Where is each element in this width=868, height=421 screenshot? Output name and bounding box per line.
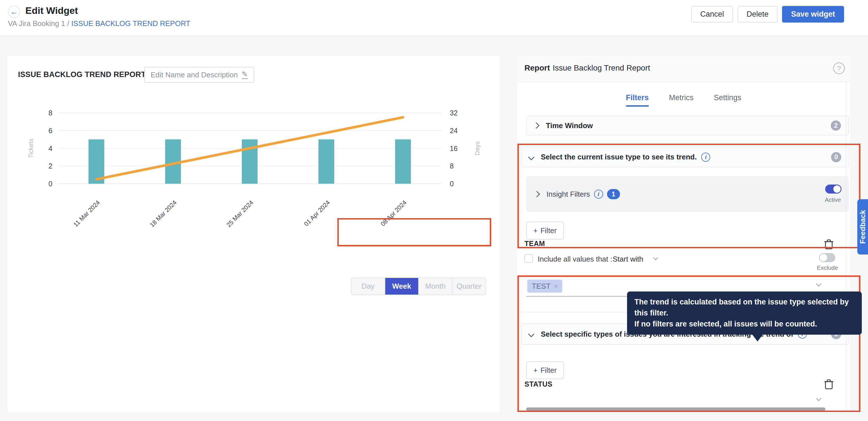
period-quarter[interactable]: Quarter [452,278,486,294]
right-axis-tick: 16 [450,144,458,152]
team-filter-label: TEAM [524,240,545,248]
left-axis-tick: 4 [49,144,53,152]
current-issue-type-label: Select the current issue type to see its… [541,153,696,161]
chevron-down-icon[interactable] [816,396,822,401]
period-segmented-control: Day Week Month Quarter [351,277,486,295]
right-axis-tick: 0 [450,180,454,188]
report-tabs: Filters Metrics Settings [517,93,850,107]
left-axis-tick: 6 [49,127,53,135]
right-axis-tick: 8 [450,162,454,170]
top-header: ← Edit Widget VA Jira Booking 1 / ISSUE … [0,0,868,36]
right-axis-tick: 24 [450,127,458,135]
bar-01 Apr 2024[interactable] [318,139,334,184]
edit-name-description-button[interactable]: Edit Name and Description ✎ [144,67,254,83]
trash-icon[interactable] [824,378,834,390]
toggle-knob [833,186,841,193]
chevron-down-icon [528,154,535,160]
insight-filters-badge: 1 [607,189,620,199]
page-title: Edit Widget [25,5,78,16]
edit-name-label: Edit Name and Description [151,71,238,79]
left-axis-tick: 8 [49,109,53,117]
chevron-down-icon[interactable] [653,255,658,260]
left-axis-tick: 0 [49,180,53,188]
x-axis-label: 25 Mar 2024 [225,199,255,229]
report-header: ReportIssue Backlog Trend Report ? [517,56,850,82]
filter-tooltip: The trend is calculated based on the iss… [627,291,862,335]
plus-icon: + [533,226,538,235]
x-axis-label: 08 Apr 2024 [379,199,408,228]
period-day[interactable]: Day [351,278,385,294]
right-axis-title: Days [474,141,481,156]
active-toggle[interactable] [825,185,841,194]
x-axis-label: 18 Mar 2024 [149,199,178,229]
current-issue-type-badge: 0 [831,152,841,162]
insight-filters-label: Insight Filters [547,190,590,199]
exclude-toggle[interactable] [819,253,835,262]
include-all-values-checkbox[interactable] [524,254,533,263]
report-settings-panel: ReportIssue Backlog Trend Report ? Filte… [517,55,850,413]
toggle-knob [820,254,827,261]
breadcrumb-current[interactable]: ISSUE BACKLOG TREND REPORT [71,19,190,28]
tooltip-caret [752,334,763,341]
add-filter-button[interactable]: + Filter [526,361,564,379]
panel-scroll-divider [846,82,846,413]
report-heading-prefix: Report [524,63,550,72]
period-week[interactable]: Week [385,278,418,294]
add-filter-label: Filter [540,366,557,375]
add-filter-button[interactable]: + Filter [526,222,564,240]
time-window-badge: 2 [831,120,841,131]
delete-button[interactable]: Delete [738,6,778,23]
cancel-button[interactable]: Cancel [691,6,733,23]
tooltip-line-2: If no filters are selected, all issues w… [634,318,855,330]
insight-filters-card: Insight Filters i 1 Active [526,176,849,212]
back-button[interactable]: ← [8,6,20,18]
active-toggle-label: Active [825,196,841,203]
chevron-down-icon [528,331,535,337]
breadcrumb: VA Jira Booking 1 / ISSUE BACKLOG TREND … [8,19,190,28]
info-icon[interactable]: i [594,190,603,199]
status-filter-label: STATUS [524,380,552,388]
operator-select-value[interactable]: Start with [613,255,643,263]
bar-08 Apr 2024[interactable] [395,139,411,184]
report-heading-name: Issue Backlog Trend Report [553,63,650,72]
breadcrumb-separator: / [67,19,69,28]
right-axis-tick: 32 [450,109,458,117]
chevron-right-icon [533,122,540,129]
period-month[interactable]: Month [418,278,452,294]
trash-icon[interactable] [824,238,834,250]
tooltip-line-1: The trend is calculated based on the iss… [634,297,855,318]
tab-settings[interactable]: Settings [714,93,741,107]
exclude-toggle-label: Exclude [817,264,838,271]
breadcrumb-parent[interactable]: VA Jira Booking 1 [8,19,65,28]
horizontal-scrollbar[interactable] [526,408,826,411]
widget-preview-panel: ISSUE BACKLOG TREND REPORT Edit Name and… [7,55,500,413]
time-window-label: Time Window [546,121,593,130]
left-axis-tick: 2 [49,162,53,170]
include-all-values-label: Include all values that : [538,255,612,263]
left-axis-title: Tickets [27,139,34,158]
plus-icon: + [533,366,538,375]
header-actions: Cancel Delete Save widget [691,6,844,23]
accordion-time-window[interactable]: Time Window 2 [526,116,849,136]
report-heading: ReportIssue Backlog Trend Report [524,63,650,73]
trend-chart: 0028416624832TicketsDays11 Mar 202418 Ma… [26,93,491,254]
save-widget-button[interactable]: Save widget [782,6,844,23]
tab-filters[interactable]: Filters [626,93,649,107]
tab-metrics[interactable]: Metrics [669,93,693,107]
help-icon[interactable]: ? [833,62,845,74]
feedback-label: Feedback [859,210,867,244]
x-axis-label: 01 Apr 2024 [303,199,332,228]
feedback-tab[interactable]: Feedback [857,199,868,254]
pencil-icon: ✎ [242,71,248,79]
x-axis-label: 11 Mar 2024 [72,199,101,228]
chevron-right-icon[interactable] [534,191,540,198]
widget-title: ISSUE BACKLOG TREND REPORT [18,70,146,79]
accordion-current-issue-type[interactable]: Select the current issue type to see its… [521,147,849,167]
add-filter-label: Filter [540,226,557,235]
info-icon[interactable]: i [701,153,710,162]
